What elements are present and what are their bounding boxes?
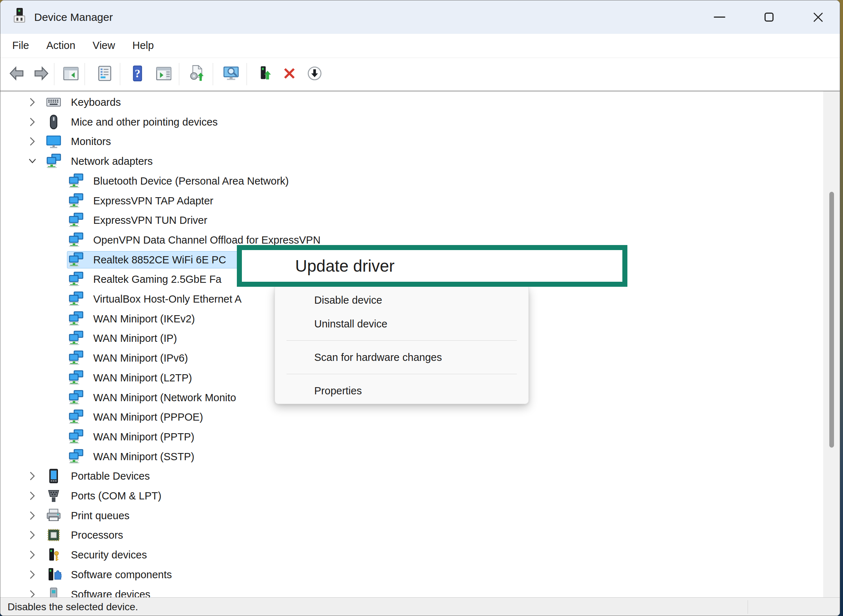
tree-item-mice-and-other-pointing-devices[interactable]: Mice and other pointing devices bbox=[0, 112, 821, 132]
scrollbar-thumb[interactable] bbox=[829, 192, 834, 447]
tree-item-label: WAN Miniport (IPv6) bbox=[93, 348, 188, 368]
network-adapter-icon bbox=[68, 330, 84, 346]
status-bar: Disables the selected device. bbox=[0, 597, 840, 616]
chevron-collapsed-icon[interactable] bbox=[27, 491, 38, 500]
network-adapter-icon bbox=[68, 449, 84, 465]
help-button[interactable]: ? bbox=[128, 64, 148, 84]
maximize-button[interactable] bbox=[752, 0, 786, 34]
update-driver-device-button[interactable] bbox=[255, 64, 275, 84]
security-device-icon bbox=[46, 547, 62, 563]
tree-item-label: Print queues bbox=[71, 506, 129, 526]
uninstall-device-button[interactable] bbox=[279, 64, 300, 84]
network-adapter-icon bbox=[68, 271, 84, 287]
tree-item-processors[interactable]: Processors bbox=[0, 525, 821, 545]
tree-item-security-devices[interactable]: Security devices bbox=[0, 545, 821, 565]
menu-view[interactable]: View bbox=[93, 34, 115, 58]
minimize-button[interactable] bbox=[703, 0, 736, 34]
tree-item-wan-miniport-sstp[interactable]: WAN Miniport (SSTP) bbox=[0, 447, 821, 467]
title-bar: Device Manager bbox=[0, 0, 840, 34]
network-adapter-icon bbox=[68, 409, 84, 425]
toolbar: ? bbox=[0, 58, 840, 91]
printer-icon bbox=[46, 508, 62, 524]
context-menu-separator bbox=[286, 340, 517, 341]
chevron-expanded-icon[interactable] bbox=[27, 157, 38, 166]
network-adapter-icon bbox=[68, 390, 84, 406]
network-adapter-icon bbox=[68, 232, 84, 248]
tree-item-label: WAN Miniport (Network Monito bbox=[93, 388, 236, 408]
minimize-icon bbox=[714, 16, 725, 18]
tree-item-label: Portable Devices bbox=[71, 466, 150, 486]
tree-item-network-adapters[interactable]: Network adapters bbox=[0, 151, 821, 171]
tree-item-expressvpn-tun-driver[interactable]: ExpressVPN TUN Driver bbox=[0, 210, 821, 230]
properties-button[interactable] bbox=[95, 64, 115, 84]
network-adapter-icon bbox=[68, 350, 84, 366]
tree-item-portable-devices[interactable]: Portable Devices bbox=[0, 466, 821, 486]
chevron-collapsed-icon[interactable] bbox=[27, 530, 38, 540]
tree-item-wan-miniport-pptp[interactable]: WAN Miniport (PPTP) bbox=[0, 427, 821, 447]
keyboard-icon bbox=[46, 94, 62, 110]
help-icon: ? bbox=[129, 65, 147, 84]
show-console-tree-button[interactable] bbox=[61, 64, 81, 84]
network-adapter-icon bbox=[68, 291, 84, 307]
chevron-collapsed-icon[interactable] bbox=[27, 570, 38, 579]
action-pane-icon bbox=[155, 65, 173, 84]
device-manager-window: Device Manager FileActionViewHelp ? Keyb… bbox=[0, 0, 840, 616]
update-driver-file-icon bbox=[188, 65, 206, 84]
software-component-icon bbox=[46, 567, 62, 582]
tree-item-label: Security devices bbox=[71, 545, 147, 565]
tree-item-print-queues[interactable]: Print queues bbox=[0, 506, 821, 526]
disable-device-button[interactable] bbox=[304, 64, 325, 84]
context-menu-item-scan-for-hardware-changes[interactable]: Scan for hardware changes bbox=[275, 345, 529, 369]
menu-file[interactable]: File bbox=[12, 34, 29, 58]
network-adapter-icon bbox=[68, 370, 84, 386]
tree-item-monitors[interactable]: Monitors bbox=[0, 132, 821, 151]
console-tree-icon bbox=[62, 65, 80, 84]
device-update-icon bbox=[256, 65, 274, 84]
processor-icon bbox=[46, 527, 62, 543]
chevron-collapsed-icon[interactable] bbox=[27, 471, 38, 481]
update-driver-file-button[interactable] bbox=[187, 64, 207, 84]
tree-item-ports-com-lpt[interactable]: Ports (COM & LPT) bbox=[0, 486, 821, 506]
tree-item-label: WAN Miniport (PPTP) bbox=[93, 427, 194, 447]
action-pane-button[interactable] bbox=[154, 64, 174, 84]
chevron-collapsed-icon[interactable] bbox=[27, 117, 38, 127]
tree-item-bluetooth-device-personal-area-network[interactable]: Bluetooth Device (Personal Area Network) bbox=[0, 171, 821, 191]
scan-hardware-icon bbox=[222, 65, 241, 84]
window-title: Device Manager bbox=[34, 0, 113, 34]
menu-action[interactable]: Action bbox=[46, 34, 76, 58]
scan-hardware-changes-button[interactable] bbox=[221, 64, 242, 84]
maximize-icon bbox=[765, 13, 774, 22]
uninstall-x-icon bbox=[281, 65, 298, 84]
update-driver-label: Update driver bbox=[295, 256, 395, 276]
tree-item-expressvpn-tap-adapter[interactable]: ExpressVPN TAP Adapter bbox=[0, 191, 821, 211]
forward-button[interactable] bbox=[31, 64, 51, 84]
menu-bar: FileActionViewHelp bbox=[0, 34, 840, 58]
forward-arrow-icon bbox=[32, 65, 50, 84]
tree-item-keyboards[interactable]: Keyboards bbox=[0, 92, 821, 112]
mouse-icon bbox=[46, 114, 62, 130]
tree-item-software-components[interactable]: Software components bbox=[0, 565, 821, 585]
chevron-collapsed-icon[interactable] bbox=[27, 98, 38, 107]
back-button[interactable] bbox=[6, 64, 26, 84]
network-adapter-icon bbox=[68, 193, 84, 209]
toolbar-separator bbox=[54, 63, 54, 85]
tree-item-wan-miniport-pppoe[interactable]: WAN Miniport (PPPOE) bbox=[0, 407, 821, 427]
toolbar-separator bbox=[179, 63, 179, 85]
chevron-collapsed-icon[interactable] bbox=[27, 511, 38, 520]
chevron-collapsed-icon[interactable] bbox=[27, 550, 38, 560]
tree-item-label: ExpressVPN TUN Driver bbox=[93, 210, 207, 230]
context-menu-item-uninstall-device[interactable]: Uninstall device bbox=[275, 312, 529, 336]
tree-item-label: Network adapters bbox=[71, 151, 153, 171]
tree-item-label: ExpressVPN TAP Adapter bbox=[93, 191, 213, 211]
chevron-collapsed-icon[interactable] bbox=[27, 137, 38, 146]
close-button[interactable] bbox=[802, 0, 835, 34]
portable-device-icon bbox=[46, 468, 62, 484]
network-adapter-icon bbox=[68, 429, 84, 445]
context-menu-item-disable-device[interactable]: Disable device bbox=[275, 288, 529, 312]
context-menu-item-properties[interactable]: Properties bbox=[275, 379, 529, 403]
tree-item-label: Bluetooth Device (Personal Area Network) bbox=[93, 171, 289, 191]
tree-item-label: WAN Miniport (PPPOE) bbox=[93, 407, 203, 427]
context-menu-item-update-driver[interactable]: Update driver bbox=[237, 245, 627, 287]
menu-help[interactable]: Help bbox=[132, 34, 154, 58]
toolbar-separator bbox=[85, 63, 85, 85]
